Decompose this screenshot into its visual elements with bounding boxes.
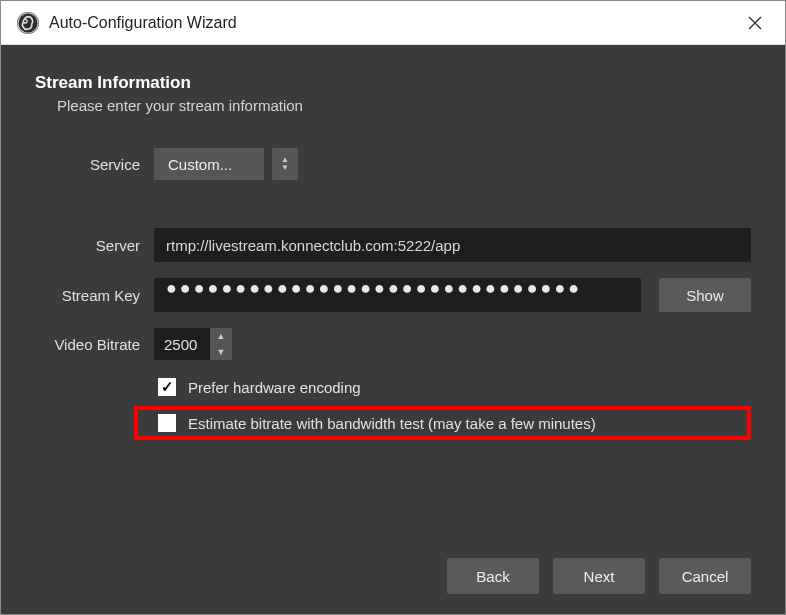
obs-logo-icon: [17, 12, 39, 34]
content-area: Stream Information Please enter your str…: [1, 45, 785, 614]
chevron-up-icon[interactable]: ▲: [210, 328, 232, 344]
next-button[interactable]: Next: [553, 558, 645, 594]
cancel-button[interactable]: Cancel: [659, 558, 751, 594]
video-bitrate-spinner[interactable]: ▲ ▼: [154, 328, 232, 360]
service-label: Service: [89, 156, 154, 173]
estimate-bitrate-checkbox[interactable]: [158, 414, 176, 432]
footer-buttons: Back Next Cancel: [35, 538, 751, 594]
server-row: Server: [39, 228, 751, 262]
form-area: Service Custom... ▲▼ Server Stream Key ●…: [35, 148, 751, 440]
estimate-bitrate-row: Estimate bitrate with bandwidth test (ma…: [158, 414, 727, 432]
window-title: Auto-Configuration Wizard: [49, 14, 735, 32]
service-dropdown-arrows-icon[interactable]: ▲▼: [272, 148, 298, 180]
server-input[interactable]: [154, 228, 751, 262]
estimate-bitrate-label: Estimate bitrate with bandwidth test (ma…: [188, 415, 596, 432]
wizard-window: Auto-Configuration Wizard Stream Informa…: [0, 0, 786, 615]
video-bitrate-label: Video Bitrate: [39, 336, 154, 353]
video-bitrate-stepper-icon[interactable]: ▲ ▼: [210, 328, 232, 360]
prefer-hardware-label: Prefer hardware encoding: [188, 379, 361, 396]
prefer-hardware-row: Prefer hardware encoding: [158, 378, 751, 396]
chevron-down-icon[interactable]: ▼: [210, 344, 232, 360]
service-row: Service Custom... ▲▼: [89, 148, 751, 180]
stream-key-input[interactable]: ●●●●●●●●●●●●●●●●●●●●●●●●●●●●●●: [154, 278, 641, 312]
back-button[interactable]: Back: [447, 558, 539, 594]
section-subtitle: Please enter your stream information: [57, 97, 751, 114]
show-button[interactable]: Show: [659, 278, 751, 312]
server-label: Server: [39, 237, 154, 254]
section-title: Stream Information: [35, 73, 751, 93]
close-button[interactable]: [735, 8, 775, 38]
video-bitrate-value[interactable]: [154, 328, 210, 360]
service-dropdown[interactable]: Custom...: [154, 148, 264, 180]
titlebar: Auto-Configuration Wizard: [1, 1, 785, 45]
video-bitrate-row: Video Bitrate ▲ ▼: [39, 328, 751, 360]
stream-key-row: Stream Key ●●●●●●●●●●●●●●●●●●●●●●●●●●●●●…: [39, 278, 751, 312]
svg-point-1: [23, 19, 27, 23]
prefer-hardware-checkbox[interactable]: [158, 378, 176, 396]
service-value: Custom...: [154, 148, 264, 180]
stream-key-label: Stream Key: [39, 287, 154, 304]
